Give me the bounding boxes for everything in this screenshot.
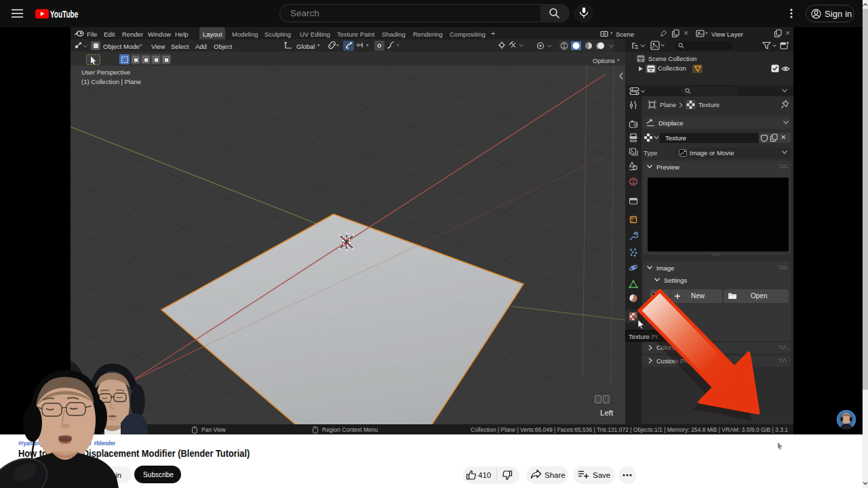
svg-text:YouTube: YouTube (50, 9, 79, 19)
